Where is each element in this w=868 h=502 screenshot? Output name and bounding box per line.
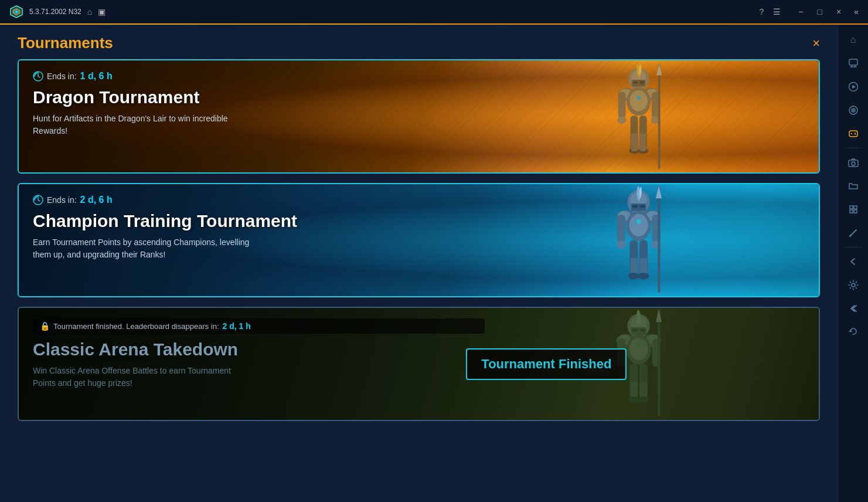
sidebar-icon-brush[interactable]	[843, 222, 864, 243]
svg-point-18	[637, 96, 641, 99]
svg-rect-74	[658, 310, 660, 416]
svg-point-56	[628, 273, 639, 279]
svg-rect-35	[632, 205, 638, 208]
window-close-button[interactable]: ×	[833, 6, 845, 18]
home-titlebar-icon[interactable]: ⌂	[87, 7, 92, 16]
title-bar-controls: ? ☰ − □ × «	[760, 6, 859, 18]
arena-timer-value: 2 d, 1 h	[223, 321, 251, 331]
champion-card-title: Champion Training Tournament	[33, 211, 485, 230]
bluestacks-logo	[9, 5, 23, 19]
svg-point-80	[628, 396, 639, 403]
title-bar: 5.3.71.2002 N32 ⌂ ▣ ? ☰ − □ × «	[0, 0, 868, 23]
arena-card-description: Win Classic Arena Offense Battles to ear…	[33, 365, 256, 389]
sidebar-icon-profile[interactable]	[843, 53, 864, 74]
main-layout: Tournaments ×	[0, 25, 868, 502]
svg-marker-84	[852, 85, 856, 89]
svg-rect-87	[849, 131, 857, 137]
svg-point-70	[629, 338, 648, 360]
clock-icon	[33, 71, 43, 82]
svg-point-90	[855, 133, 856, 134]
svg-marker-24	[656, 63, 662, 75]
arena-timer-label: Tournament finished. Leaderboard disappe…	[53, 322, 219, 331]
sidebar-divider-1	[845, 148, 862, 148]
svg-rect-94	[850, 206, 853, 209]
svg-point-93	[852, 162, 855, 165]
minimize-button[interactable]: −	[795, 6, 806, 18]
maximize-button[interactable]: □	[814, 6, 826, 18]
svg-rect-9	[640, 82, 645, 84]
dragon-timer-label: Ends in:	[47, 72, 77, 81]
svg-point-21	[618, 117, 627, 124]
svg-rect-97	[854, 210, 857, 213]
svg-point-44	[629, 214, 648, 236]
page-close-button[interactable]: ×	[812, 36, 820, 51]
svg-rect-30	[639, 133, 646, 151]
svg-point-71	[636, 343, 641, 348]
arena-tournament-card[interactable]: Tournament Finished 🔒 Tournament finishe…	[18, 307, 820, 421]
svg-point-48	[617, 240, 627, 249]
svg-rect-23	[658, 64, 661, 168]
sidebar-toggle-icon[interactable]: «	[854, 7, 859, 16]
svg-rect-96	[850, 210, 853, 213]
svg-rect-29	[631, 133, 638, 151]
sidebar-icon-back[interactable]	[843, 251, 864, 272]
tournaments-header: Tournaments ×	[0, 25, 838, 59]
champion-tournament-card[interactable]: Ends in: 2 d, 6 h Champion Training Tour…	[18, 183, 820, 297]
champion-clock-icon	[33, 195, 43, 205]
lock-icon: 🔒	[40, 321, 50, 331]
svg-point-45	[636, 219, 641, 224]
svg-rect-19	[618, 92, 626, 118]
svg-rect-63	[640, 329, 645, 331]
champion-card-description: Earn Tournament Points by ascending Cham…	[33, 236, 256, 261]
sidebar-icon-layers[interactable]	[843, 199, 864, 220]
svg-marker-51	[656, 185, 662, 198]
dragon-tournament-card[interactable]: Ends in: 1 d, 6 h Dragon Tournament Hunt…	[18, 59, 820, 174]
arena-card-content: 🔒 Tournament finished. Leaderboard disap…	[19, 308, 499, 420]
sidebar-icon-home[interactable]: ⌂	[843, 29, 864, 50]
content-area: Tournaments ×	[0, 25, 838, 502]
menu-icon[interactable]: ☰	[773, 7, 781, 16]
help-icon[interactable]: ?	[760, 7, 764, 16]
sidebar-icon-game[interactable]	[843, 123, 864, 144]
svg-point-81	[638, 396, 649, 403]
sidebar-icon-rotate[interactable]	[843, 321, 864, 342]
sidebar-icon-record[interactable]	[843, 100, 864, 121]
svg-rect-50	[658, 186, 660, 292]
champion-timer-value: 2 d, 6 h	[80, 195, 113, 205]
sidebar-icon-collapse[interactable]	[843, 298, 864, 319]
dragon-card-character	[459, 60, 819, 172]
arena-card-title: Classic Arena Takedown	[33, 340, 485, 359]
svg-marker-75	[656, 309, 662, 322]
svg-rect-36	[640, 205, 645, 208]
svg-rect-46	[617, 215, 625, 243]
svg-point-86	[851, 108, 856, 113]
svg-point-99	[852, 283, 855, 287]
title-bar-left: 5.3.71.2002 N32 ⌂ ▣	[9, 5, 105, 19]
dragon-timer-value: 1 d, 6 h	[80, 71, 113, 82]
sidebar-icon-camera[interactable]	[843, 152, 864, 173]
dragon-card-description: Hunt for Artifacts in the Dragon's Lair …	[33, 113, 256, 137]
champion-card-content: Ends in: 2 d, 6 h Champion Training Tour…	[19, 184, 499, 296]
sidebar-icon-folder[interactable]	[843, 175, 864, 196]
app-version: 5.3.71.2002 N32	[29, 8, 81, 16]
svg-point-17	[630, 90, 648, 111]
layers-titlebar-icon[interactable]: ▣	[98, 7, 105, 16]
svg-rect-82	[849, 59, 857, 65]
svg-point-91	[855, 134, 856, 135]
dragon-card-title: Dragon Tournament	[33, 87, 485, 107]
svg-point-98	[849, 235, 851, 237]
sidebar-icon-play[interactable]	[843, 76, 864, 97]
dragon-card-content: Ends in: 1 d, 6 h Dragon Tournament Hunt…	[19, 60, 499, 172]
arena-timer-row: 🔒 Tournament finished. Leaderboard disap…	[33, 318, 485, 334]
right-sidebar: ⌂	[838, 25, 868, 502]
dragon-timer-row: Ends in: 1 d, 6 h	[33, 71, 485, 82]
page-title: Tournaments	[18, 34, 113, 52]
svg-point-57	[638, 273, 649, 279]
champion-timer-label: Ends in:	[47, 195, 77, 205]
cards-container: Ends in: 1 d, 6 h Dragon Tournament Hunt…	[0, 59, 838, 502]
svg-marker-100	[849, 330, 852, 332]
sidebar-icon-settings[interactable]	[843, 274, 864, 296]
champion-card-character	[459, 184, 819, 296]
window-controls: − □ ×	[795, 6, 845, 18]
svg-rect-95	[854, 206, 857, 209]
